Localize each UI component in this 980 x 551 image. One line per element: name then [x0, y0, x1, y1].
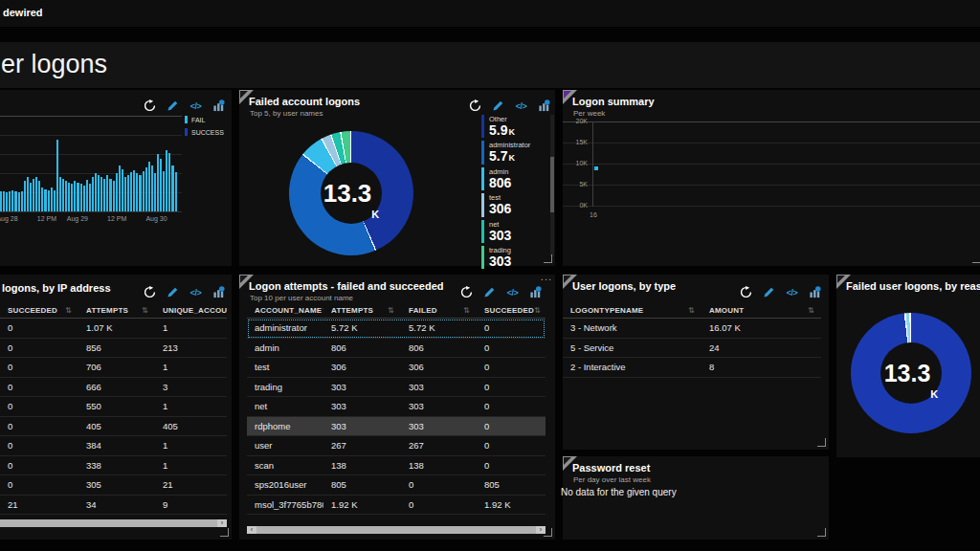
table-row[interactable]: 21349	[0, 496, 227, 516]
scroll-right-arrow[interactable]: ›	[217, 519, 227, 527]
bar	[130, 172, 132, 211]
sort-icon[interactable]: ⇅	[142, 306, 148, 315]
table-cell: 1	[155, 401, 227, 411]
table-cell: 138	[323, 460, 401, 471]
table-row[interactable]: msol_3f7765b780131.92 K01.92 K	[247, 496, 546, 516]
legend-entry[interactable]: test306	[481, 193, 530, 216]
table-row[interactable]: 3 - Network16.07 K	[563, 319, 821, 339]
sort-icon[interactable]: ⇅	[65, 306, 72, 315]
table-row[interactable]: administrator5.72 K5.72 K0	[247, 319, 546, 339]
table-row[interactable]: 03381	[0, 456, 227, 476]
column-header[interactable]: ATTEMPTS⇅	[78, 306, 155, 315]
sort-icon[interactable]: ⇅	[534, 306, 541, 315]
bar	[6, 192, 8, 211]
column-header[interactable]: FAILED⇅	[401, 306, 477, 315]
horizontal-scrollbar[interactable]: ‹ ›	[247, 526, 546, 534]
table-row[interactable]: 05501	[0, 397, 227, 417]
column-header[interactable]: SUCCEEDED⇅	[477, 306, 546, 315]
table-row[interactable]: 030521	[0, 475, 227, 496]
table-row[interactable]: 03841	[0, 436, 227, 456]
table-row[interactable]: sps2016user8050805	[247, 475, 546, 496]
legend-entry[interactable]: administrator5.7K	[481, 141, 530, 164]
analytics-icon[interactable]	[809, 286, 821, 298]
table-row[interactable]: net3033030	[247, 397, 546, 417]
legend-entry[interactable]: SUCCESS	[185, 128, 224, 136]
column-header[interactable]: ATTEMPTS⇅	[323, 306, 401, 315]
refresh-icon[interactable]	[144, 286, 156, 298]
analytics-icon[interactable]	[212, 99, 225, 112]
bar-chart[interactable]	[0, 116, 180, 211]
horizontal-scrollbar[interactable]: ›	[0, 519, 227, 527]
table-cell: 138	[401, 460, 477, 471]
code-icon[interactable]: </>	[189, 286, 202, 298]
scrollbar-thumb[interactable]	[550, 157, 554, 212]
donut-chart[interactable]: 13.3 K	[289, 131, 413, 255]
refresh-icon[interactable]	[460, 286, 473, 298]
table-row[interactable]: 01.07 K1	[0, 319, 227, 339]
table-row[interactable]: rdphome3033030	[247, 417, 546, 437]
data-point[interactable]	[594, 166, 598, 170]
tile-title: Failed account logons	[249, 96, 360, 107]
table-cell: 34	[78, 499, 155, 510]
resize-handle[interactable]	[544, 254, 552, 263]
column-header[interactable]: UNIQUE_ACCOUNTS⇅	[155, 306, 227, 315]
analytics-icon[interactable]	[538, 99, 550, 112]
table-row[interactable]: 0405405	[0, 417, 227, 437]
no-data-message: No data for the given query	[561, 487, 677, 497]
bar	[166, 150, 167, 211]
refresh-icon[interactable]	[144, 99, 156, 112]
scroll-left-arrow[interactable]: ‹	[247, 526, 256, 534]
column-header[interactable]: SUCCEEDED⇅	[0, 306, 78, 315]
sort-icon[interactable]: ⇅	[388, 306, 394, 315]
code-icon[interactable]: </>	[786, 286, 798, 298]
edit-icon[interactable]	[167, 99, 179, 112]
vertical-scrollbar[interactable]	[550, 115, 554, 256]
column-header[interactable]: ACCOUNT_NAME⇅	[247, 306, 323, 315]
table-row[interactable]: 2 - Interactive8	[563, 358, 821, 378]
table-row[interactable]: trading3033030	[247, 378, 546, 398]
donut-chart[interactable]: 13.3 K	[851, 313, 971, 433]
column-header[interactable]: LOGONTYPENAME⇅	[563, 306, 702, 315]
legend-entry[interactable]: net303	[481, 220, 530, 243]
code-icon[interactable]: </>	[506, 286, 519, 298]
code-icon[interactable]: </>	[515, 99, 527, 112]
table-row[interactable]: 5 - Service24	[563, 339, 821, 359]
table-cell: admin	[247, 342, 323, 353]
table-row[interactable]: 0856213	[0, 339, 227, 359]
table-row[interactable]: admin8068060	[247, 339, 546, 359]
column-header[interactable]: AMOUNT⇅	[702, 306, 821, 315]
resize-handle[interactable]	[972, 254, 980, 263]
table-row[interactable]: 07061	[0, 358, 227, 378]
edit-icon[interactable]	[492, 99, 504, 112]
bar	[143, 171, 145, 211]
scroll-right-arrow[interactable]: ›	[536, 526, 546, 534]
legend-entry[interactable]: Other5.9K	[481, 115, 530, 138]
resize-handle[interactable]	[817, 438, 826, 447]
table-row[interactable]: test3063060	[247, 358, 546, 378]
sort-icon[interactable]: ⇅	[463, 306, 470, 315]
edit-icon[interactable]	[763, 286, 775, 298]
refresh-icon[interactable]	[740, 286, 752, 298]
table-row[interactable]: user2672670	[247, 436, 546, 456]
code-icon[interactable]: </>	[189, 99, 202, 112]
edit-icon[interactable]	[483, 286, 496, 298]
legend-entry[interactable]: trading303	[481, 246, 530, 269]
legend-entry[interactable]: FAIL	[185, 116, 224, 123]
analytics-icon[interactable]	[529, 286, 542, 298]
table-cell: user	[247, 440, 323, 451]
analytics-icon[interactable]	[212, 286, 225, 298]
sort-icon[interactable]: ⇅	[688, 306, 695, 315]
sort-icon[interactable]: ⇅	[808, 306, 814, 315]
more-menu[interactable]: ...	[541, 271, 552, 282]
table-row[interactable]: 06663	[0, 378, 227, 398]
y-axis-label: 20K	[563, 118, 588, 124]
legend-value: 306	[489, 202, 511, 216]
sort-icon[interactable]: ⇅	[322, 306, 323, 315]
legend-entry[interactable]: admin806	[481, 167, 530, 190]
gridline	[563, 206, 980, 207]
table-row[interactable]: scan1381380	[247, 456, 546, 476]
edit-icon[interactable]	[167, 286, 179, 298]
resize-handle[interactable]	[220, 528, 229, 537]
resize-handle[interactable]	[817, 528, 826, 537]
refresh-icon[interactable]	[469, 99, 481, 112]
